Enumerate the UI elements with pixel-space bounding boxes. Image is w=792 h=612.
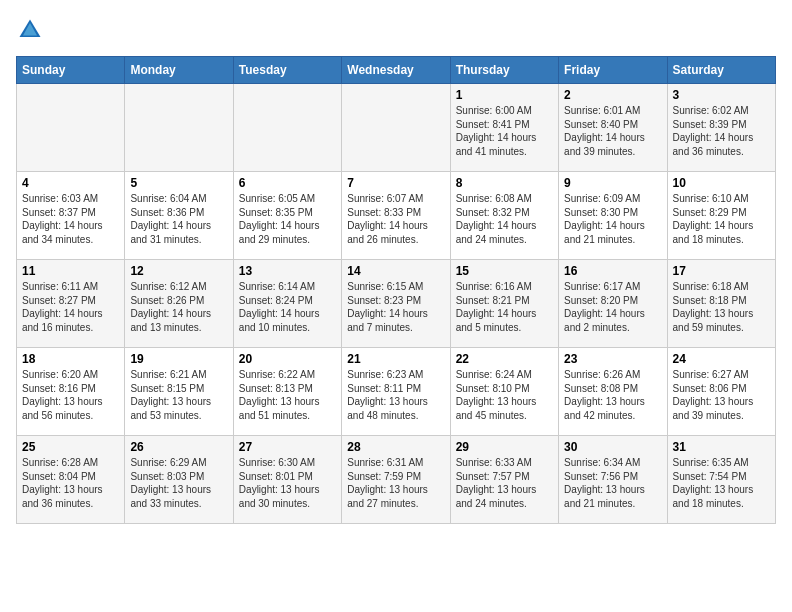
day-info: Sunrise: 6:22 AM Sunset: 8:13 PM Dayligh… bbox=[239, 368, 336, 422]
day-number: 22 bbox=[456, 352, 553, 366]
day-info: Sunrise: 6:23 AM Sunset: 8:11 PM Dayligh… bbox=[347, 368, 444, 422]
day-number: 10 bbox=[673, 176, 770, 190]
calendar-cell: 12Sunrise: 6:12 AM Sunset: 8:26 PM Dayli… bbox=[125, 260, 233, 348]
calendar-cell: 30Sunrise: 6:34 AM Sunset: 7:56 PM Dayli… bbox=[559, 436, 667, 524]
header-day-sunday: Sunday bbox=[17, 57, 125, 84]
day-number: 6 bbox=[239, 176, 336, 190]
logo-icon bbox=[16, 16, 44, 44]
day-info: Sunrise: 6:02 AM Sunset: 8:39 PM Dayligh… bbox=[673, 104, 770, 158]
calendar-cell bbox=[233, 84, 341, 172]
day-number: 14 bbox=[347, 264, 444, 278]
day-number: 16 bbox=[564, 264, 661, 278]
day-number: 25 bbox=[22, 440, 119, 454]
calendar-cell: 25Sunrise: 6:28 AM Sunset: 8:04 PM Dayli… bbox=[17, 436, 125, 524]
day-info: Sunrise: 6:16 AM Sunset: 8:21 PM Dayligh… bbox=[456, 280, 553, 334]
calendar-week-4: 18Sunrise: 6:20 AM Sunset: 8:16 PM Dayli… bbox=[17, 348, 776, 436]
day-info: Sunrise: 6:34 AM Sunset: 7:56 PM Dayligh… bbox=[564, 456, 661, 510]
calendar-cell: 1Sunrise: 6:00 AM Sunset: 8:41 PM Daylig… bbox=[450, 84, 558, 172]
header-day-friday: Friday bbox=[559, 57, 667, 84]
day-info: Sunrise: 6:00 AM Sunset: 8:41 PM Dayligh… bbox=[456, 104, 553, 158]
calendar-cell: 13Sunrise: 6:14 AM Sunset: 8:24 PM Dayli… bbox=[233, 260, 341, 348]
day-number: 26 bbox=[130, 440, 227, 454]
day-number: 21 bbox=[347, 352, 444, 366]
calendar-cell bbox=[17, 84, 125, 172]
day-info: Sunrise: 6:33 AM Sunset: 7:57 PM Dayligh… bbox=[456, 456, 553, 510]
calendar-cell: 19Sunrise: 6:21 AM Sunset: 8:15 PM Dayli… bbox=[125, 348, 233, 436]
day-info: Sunrise: 6:10 AM Sunset: 8:29 PM Dayligh… bbox=[673, 192, 770, 246]
day-info: Sunrise: 6:12 AM Sunset: 8:26 PM Dayligh… bbox=[130, 280, 227, 334]
calendar-cell: 5Sunrise: 6:04 AM Sunset: 8:36 PM Daylig… bbox=[125, 172, 233, 260]
day-info: Sunrise: 6:08 AM Sunset: 8:32 PM Dayligh… bbox=[456, 192, 553, 246]
calendar-cell: 2Sunrise: 6:01 AM Sunset: 8:40 PM Daylig… bbox=[559, 84, 667, 172]
day-info: Sunrise: 6:24 AM Sunset: 8:10 PM Dayligh… bbox=[456, 368, 553, 422]
calendar-cell: 18Sunrise: 6:20 AM Sunset: 8:16 PM Dayli… bbox=[17, 348, 125, 436]
day-info: Sunrise: 6:11 AM Sunset: 8:27 PM Dayligh… bbox=[22, 280, 119, 334]
calendar-cell: 20Sunrise: 6:22 AM Sunset: 8:13 PM Dayli… bbox=[233, 348, 341, 436]
header-day-monday: Monday bbox=[125, 57, 233, 84]
calendar-cell: 31Sunrise: 6:35 AM Sunset: 7:54 PM Dayli… bbox=[667, 436, 775, 524]
day-number: 18 bbox=[22, 352, 119, 366]
calendar-cell: 23Sunrise: 6:26 AM Sunset: 8:08 PM Dayli… bbox=[559, 348, 667, 436]
day-info: Sunrise: 6:30 AM Sunset: 8:01 PM Dayligh… bbox=[239, 456, 336, 510]
day-number: 7 bbox=[347, 176, 444, 190]
day-info: Sunrise: 6:27 AM Sunset: 8:06 PM Dayligh… bbox=[673, 368, 770, 422]
day-info: Sunrise: 6:18 AM Sunset: 8:18 PM Dayligh… bbox=[673, 280, 770, 334]
calendar-week-3: 11Sunrise: 6:11 AM Sunset: 8:27 PM Dayli… bbox=[17, 260, 776, 348]
day-info: Sunrise: 6:20 AM Sunset: 8:16 PM Dayligh… bbox=[22, 368, 119, 422]
day-info: Sunrise: 6:21 AM Sunset: 8:15 PM Dayligh… bbox=[130, 368, 227, 422]
page-header bbox=[16, 16, 776, 44]
calendar-cell: 16Sunrise: 6:17 AM Sunset: 8:20 PM Dayli… bbox=[559, 260, 667, 348]
calendar-cell: 4Sunrise: 6:03 AM Sunset: 8:37 PM Daylig… bbox=[17, 172, 125, 260]
day-info: Sunrise: 6:26 AM Sunset: 8:08 PM Dayligh… bbox=[564, 368, 661, 422]
calendar-cell: 22Sunrise: 6:24 AM Sunset: 8:10 PM Dayli… bbox=[450, 348, 558, 436]
day-info: Sunrise: 6:15 AM Sunset: 8:23 PM Dayligh… bbox=[347, 280, 444, 334]
calendar-cell: 9Sunrise: 6:09 AM Sunset: 8:30 PM Daylig… bbox=[559, 172, 667, 260]
calendar-cell: 8Sunrise: 6:08 AM Sunset: 8:32 PM Daylig… bbox=[450, 172, 558, 260]
header-day-tuesday: Tuesday bbox=[233, 57, 341, 84]
calendar-cell bbox=[342, 84, 450, 172]
day-number: 13 bbox=[239, 264, 336, 278]
day-number: 28 bbox=[347, 440, 444, 454]
day-number: 30 bbox=[564, 440, 661, 454]
header-row: SundayMondayTuesdayWednesdayThursdayFrid… bbox=[17, 57, 776, 84]
day-number: 2 bbox=[564, 88, 661, 102]
day-number: 29 bbox=[456, 440, 553, 454]
day-info: Sunrise: 6:03 AM Sunset: 8:37 PM Dayligh… bbox=[22, 192, 119, 246]
day-number: 23 bbox=[564, 352, 661, 366]
calendar-week-1: 1Sunrise: 6:00 AM Sunset: 8:41 PM Daylig… bbox=[17, 84, 776, 172]
calendar-week-5: 25Sunrise: 6:28 AM Sunset: 8:04 PM Dayli… bbox=[17, 436, 776, 524]
day-number: 9 bbox=[564, 176, 661, 190]
day-info: Sunrise: 6:04 AM Sunset: 8:36 PM Dayligh… bbox=[130, 192, 227, 246]
day-number: 1 bbox=[456, 88, 553, 102]
calendar-cell: 24Sunrise: 6:27 AM Sunset: 8:06 PM Dayli… bbox=[667, 348, 775, 436]
calendar-table: SundayMondayTuesdayWednesdayThursdayFrid… bbox=[16, 56, 776, 524]
calendar-header: SundayMondayTuesdayWednesdayThursdayFrid… bbox=[17, 57, 776, 84]
day-info: Sunrise: 6:35 AM Sunset: 7:54 PM Dayligh… bbox=[673, 456, 770, 510]
calendar-cell: 3Sunrise: 6:02 AM Sunset: 8:39 PM Daylig… bbox=[667, 84, 775, 172]
header-day-wednesday: Wednesday bbox=[342, 57, 450, 84]
day-number: 20 bbox=[239, 352, 336, 366]
day-number: 3 bbox=[673, 88, 770, 102]
calendar-cell: 14Sunrise: 6:15 AM Sunset: 8:23 PM Dayli… bbox=[342, 260, 450, 348]
calendar-week-2: 4Sunrise: 6:03 AM Sunset: 8:37 PM Daylig… bbox=[17, 172, 776, 260]
day-number: 11 bbox=[22, 264, 119, 278]
calendar-cell: 21Sunrise: 6:23 AM Sunset: 8:11 PM Dayli… bbox=[342, 348, 450, 436]
calendar-cell: 6Sunrise: 6:05 AM Sunset: 8:35 PM Daylig… bbox=[233, 172, 341, 260]
calendar-cell: 27Sunrise: 6:30 AM Sunset: 8:01 PM Dayli… bbox=[233, 436, 341, 524]
day-info: Sunrise: 6:29 AM Sunset: 8:03 PM Dayligh… bbox=[130, 456, 227, 510]
logo bbox=[16, 16, 48, 44]
day-info: Sunrise: 6:01 AM Sunset: 8:40 PM Dayligh… bbox=[564, 104, 661, 158]
calendar-cell bbox=[125, 84, 233, 172]
day-info: Sunrise: 6:09 AM Sunset: 8:30 PM Dayligh… bbox=[564, 192, 661, 246]
calendar-cell: 29Sunrise: 6:33 AM Sunset: 7:57 PM Dayli… bbox=[450, 436, 558, 524]
calendar-cell: 11Sunrise: 6:11 AM Sunset: 8:27 PM Dayli… bbox=[17, 260, 125, 348]
calendar-cell: 26Sunrise: 6:29 AM Sunset: 8:03 PM Dayli… bbox=[125, 436, 233, 524]
day-number: 12 bbox=[130, 264, 227, 278]
header-day-thursday: Thursday bbox=[450, 57, 558, 84]
header-day-saturday: Saturday bbox=[667, 57, 775, 84]
day-number: 24 bbox=[673, 352, 770, 366]
day-info: Sunrise: 6:14 AM Sunset: 8:24 PM Dayligh… bbox=[239, 280, 336, 334]
day-info: Sunrise: 6:17 AM Sunset: 8:20 PM Dayligh… bbox=[564, 280, 661, 334]
day-number: 8 bbox=[456, 176, 553, 190]
calendar-body: 1Sunrise: 6:00 AM Sunset: 8:41 PM Daylig… bbox=[17, 84, 776, 524]
